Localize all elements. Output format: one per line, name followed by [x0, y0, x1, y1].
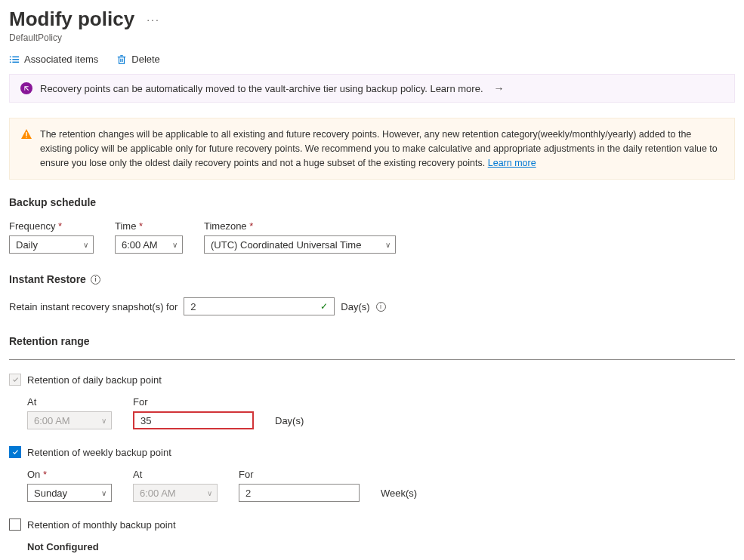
weekly-retention-block: Retention of weekly backup point On Sund… — [9, 446, 735, 502]
info-icon[interactable]: i — [91, 275, 100, 285]
chevron-down-icon: ∨ — [83, 241, 88, 249]
svg-rect-12 — [26, 137, 26, 137]
weekly-on-dropdown[interactable]: Sunday ∨ — [27, 484, 112, 502]
weekly-unit: Week(s) — [381, 488, 417, 502]
svg-rect-6 — [119, 57, 125, 63]
time-label: Time — [115, 220, 183, 232]
monthly-not-configured: Not Configured — [27, 541, 735, 552]
more-icon[interactable]: ··· — [147, 14, 160, 26]
instant-restore-label: Retain instant recovery snapshot(s) for — [9, 301, 178, 312]
divider — [9, 359, 735, 360]
retention-range-heading: Retention range — [9, 335, 735, 347]
retention-warning-banner: The retention changes will be applicable… — [9, 118, 735, 180]
associated-items-button[interactable]: Associated items — [9, 54, 98, 65]
chevron-down-icon: ∨ — [101, 489, 107, 497]
daily-at-dropdown: 6:00 AM ∨ — [27, 411, 112, 429]
chevron-down-icon: ∨ — [172, 241, 178, 249]
timezone-label: Timezone — [204, 220, 396, 232]
arrow-right-icon[interactable]: → — [494, 82, 505, 94]
frequency-label: Frequency — [9, 220, 94, 232]
svg-rect-5 — [12, 61, 19, 62]
daily-for-label: For — [133, 396, 254, 408]
daily-retention-label: Retention of daily backup point — [27, 374, 162, 386]
svg-rect-0 — [10, 56, 11, 57]
archive-icon — [20, 82, 32, 94]
archive-info-text: Recovery points can be automatically mov… — [40, 83, 483, 94]
weekly-at-label: At — [133, 469, 218, 480]
archive-info-banner: Recovery points can be automatically mov… — [9, 74, 735, 103]
daily-at-label: At — [27, 396, 112, 408]
warning-icon — [20, 128, 32, 140]
timezone-dropdown[interactable]: (UTC) Coordinated Universal Time ∨ — [204, 235, 396, 254]
weekly-retention-checkbox[interactable] — [9, 446, 21, 458]
svg-rect-3 — [12, 59, 19, 60]
weekly-for-label: For — [239, 469, 360, 480]
monthly-retention-label: Retention of monthly backup point — [27, 519, 176, 531]
instant-restore-unit: Day(s) — [341, 301, 369, 312]
associated-items-label: Associated items — [24, 54, 98, 65]
time-dropdown[interactable]: 6:00 AM ∨ — [115, 235, 183, 254]
instant-restore-heading: Instant Restore i — [9, 273, 735, 285]
page-subtitle: DefaultPolicy — [9, 32, 735, 43]
daily-retention-checkbox — [9, 374, 21, 386]
trash-icon — [116, 54, 127, 65]
weekly-on-label: On — [27, 469, 112, 480]
frequency-dropdown[interactable]: Daily ∨ — [9, 235, 94, 254]
daily-unit: Day(s) — [275, 415, 304, 429]
chevron-down-icon: ∨ — [101, 417, 107, 425]
info-icon[interactable]: i — [376, 302, 386, 312]
retention-warning-text: The retention changes will be applicable… — [40, 128, 724, 170]
instant-restore-row: Retain instant recovery snapshot(s) for … — [9, 297, 735, 315]
weekly-at-dropdown: 6:00 AM ∨ — [133, 484, 218, 502]
toolbar: Associated items Delete — [9, 54, 735, 65]
chevron-down-icon: ∨ — [207, 489, 212, 497]
daily-retention-block: Retention of daily backup point At 6:00 … — [9, 374, 735, 429]
checkmark-icon: ✓ — [320, 301, 328, 312]
chevron-down-icon: ∨ — [385, 241, 391, 249]
daily-for-input[interactable]: 35 — [133, 411, 254, 429]
monthly-retention-block: Retention of monthly backup point Not Co… — [9, 518, 735, 552]
backup-schedule-fields: Frequency Daily ∨ Time 6:00 AM ∨ Timezon… — [9, 220, 735, 254]
instant-restore-input[interactable]: 2 ✓ — [184, 297, 335, 315]
backup-schedule-heading: Backup schedule — [9, 196, 735, 208]
svg-rect-2 — [10, 59, 11, 60]
page-title: Modify policy — [9, 8, 134, 31]
weekly-for-input[interactable]: 2 — [239, 484, 360, 502]
svg-rect-11 — [26, 132, 26, 136]
delete-label: Delete — [131, 54, 160, 65]
svg-rect-4 — [10, 61, 11, 62]
monthly-retention-checkbox[interactable] — [9, 518, 21, 531]
learn-more-link[interactable]: Learn more — [488, 158, 536, 168]
delete-button[interactable]: Delete — [116, 54, 160, 65]
list-icon — [9, 54, 20, 65]
svg-rect-1 — [12, 56, 19, 57]
weekly-retention-label: Retention of weekly backup point — [27, 447, 171, 458]
